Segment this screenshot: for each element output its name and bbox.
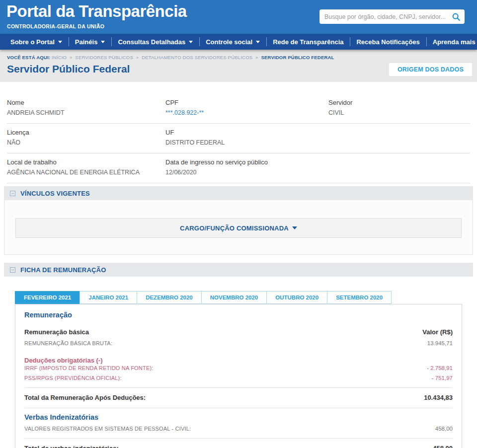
field-value: NÃO	[7, 139, 165, 146]
chevron-down-icon	[58, 41, 62, 43]
remuneracao-group-title: Remuneração	[24, 304, 453, 319]
field-cpf: CPF ***.028.922-**	[165, 99, 328, 116]
cpf-link[interactable]: ***.028.922-**	[165, 109, 328, 116]
collapse-minus-icon	[10, 191, 15, 196]
pss-rpgs-row: PSS/RPGS (PREVIDÊNCIA OFICIAL): - 751,97	[24, 375, 453, 381]
chevron-down-icon	[101, 41, 105, 43]
nav-item-paineis[interactable]: Painéis	[69, 34, 112, 50]
field-value: ANDREIA SCHMIDT	[7, 109, 165, 116]
search-icon[interactable]	[452, 12, 461, 21]
divider	[24, 438, 453, 439]
field-uf: UF DISTRITO FEDERAL	[165, 129, 328, 146]
row-value: 458,00	[433, 445, 453, 448]
breadcrumb-link-servidores-publicos[interactable]: SERVIDORES PÚBLICOS	[75, 55, 133, 60]
field-label: Licença	[7, 129, 165, 136]
breadcrumb-separator: »	[70, 55, 72, 60]
field-data-de-ingresso: Data de ingresso no serviço público 12/0…	[165, 158, 328, 176]
remuneracao-basica-bruta-row: REMUNERAÇÃO BÁSICA BRUTA: 13.945,71	[24, 340, 453, 346]
row-value: - 2.758,91	[427, 365, 453, 371]
row-value: 458,00	[435, 426, 453, 432]
breadcrumb-link-inicio[interactable]: INÍCIO	[52, 55, 67, 60]
nav-item-label: Painéis	[75, 38, 98, 46]
row-value: 13.945,71	[427, 340, 453, 346]
vinculos-vigentes-panel: CARGO/FUNÇÃO COMISSIONADA	[4, 200, 473, 255]
detail-row: Nome ANDREIA SCHMIDT CPF ***.028.922-** …	[7, 94, 470, 124]
breadcrumb-link-detalhamento[interactable]: DETALHAMENTO DOS SERVIDORES PÚBLICOS	[142, 55, 252, 60]
detail-row: Licença NÃO UF DISTRITO FEDERAL	[7, 124, 470, 153]
nav-item-controle-social[interactable]: Controle social	[199, 34, 266, 50]
nav-item-sobre-o-portal[interactable]: Sobre o Portal	[4, 34, 69, 50]
breadcrumb: VOCÊ ESTÁ AQUI: INÍCIO » SERVIDORES PÚBL…	[7, 55, 470, 60]
tab-outubro-2020[interactable]: OUTUBRO 2020	[266, 291, 327, 304]
row-label: REMUNERAÇÃO BÁSICA BRUTA:	[24, 340, 112, 346]
row-label: IRRF (IMPOSTO DE RENDA RETIDO NA FONTE):	[24, 365, 154, 371]
field-label: Local de trabalho	[7, 158, 165, 166]
field-label: Servidor	[328, 99, 470, 106]
valores-registrados-row: VALORES REGISTRADOS EM SISTEMAS DE PESSO…	[24, 426, 453, 432]
row-label: VALORES REGISTRADOS EM SISTEMAS DE PESSO…	[24, 426, 191, 432]
tab-janeiro-2021[interactable]: JANEIRO 2021	[80, 291, 137, 304]
tab-novembro-2020[interactable]: NOVEMBRO 2020	[201, 291, 267, 304]
row-label: Remuneração básica	[24, 328, 89, 336]
breadcrumb-separator: »	[255, 55, 258, 60]
nav-item-receba-notificacoes[interactable]: Receba Notificações	[350, 34, 426, 50]
chevron-down-icon	[256, 41, 260, 43]
search-box[interactable]	[319, 9, 465, 24]
divider	[24, 387, 453, 388]
cargo-funcao-comissionada-dropdown[interactable]: CARGO/FUNÇÃO COMISSIONADA	[15, 218, 462, 238]
deducoes-obrigatorias-title: Deduções obrigatórias (-)	[24, 357, 453, 364]
valor-column-header: Valor (R$)	[422, 328, 453, 336]
nav-item-consultas-detalhadas[interactable]: Consultas Detalhadas	[111, 34, 199, 50]
ficha-remuneracao-header[interactable]: FICHA DE REMUNERAÇÃO	[4, 263, 473, 277]
total-verbas-row: Total de verbas indenizatórias: 458,00	[24, 445, 453, 448]
nav-item-label: Sobre o Portal	[10, 38, 55, 46]
breadcrumb-current: SERVIDOR PÚBLICO FEDERAL	[261, 55, 334, 60]
breadcrumb-separator: »	[136, 55, 139, 60]
origem-dos-dados-button[interactable]: ORIGEM DOS DADOS	[389, 63, 472, 76]
field-label: Data de ingresso no serviço público	[165, 158, 328, 166]
vinculos-vigentes-header[interactable]: VÍNCULOS VIGENTES	[4, 186, 473, 200]
field-local-de-trabalho: Local de trabalho AGÊNCIA NACIONAL DE EN…	[7, 158, 165, 176]
search-input[interactable]	[324, 13, 452, 20]
section-title: FICHA DE REMUNERAÇÃO	[20, 266, 106, 274]
chevron-down-icon	[189, 41, 193, 43]
row-label: PSS/RPGS (PREVIDÊNCIA OFICIAL):	[24, 375, 122, 381]
chevron-down-icon	[292, 226, 297, 229]
field-label: CPF	[165, 99, 328, 106]
tab-setembro-2020[interactable]: SETEMBRO 2020	[327, 291, 392, 304]
field-value: AGÊNCIA NACIONAL DE ENERGIA ELÉTRICA	[7, 169, 165, 176]
row-value: - 751,97	[432, 375, 453, 381]
field-value: 12/06/2020	[165, 169, 328, 176]
tab-dezembro-2020[interactable]: DEZEMBRO 2020	[137, 291, 201, 304]
remuneracao-basica-header-row: Remuneração básica Valor (R$)	[24, 328, 453, 336]
breadcrumb-prefix: VOCÊ ESTÁ AQUI:	[7, 55, 50, 60]
collapse-minus-icon	[10, 267, 15, 273]
field-label: Nome	[7, 99, 165, 106]
tab-fevereiro-2021[interactable]: FEVEREIRO 2021	[15, 291, 80, 304]
nav-item-label: Consultas Detalhadas	[118, 38, 185, 46]
site-logo[interactable]: Portal da Transparência	[6, 2, 187, 21]
nav-item-rede-de-transparencia[interactable]: Rede de Transparência	[266, 34, 350, 50]
field-label: UF	[165, 129, 328, 136]
field-licenca: Licença NÃO	[7, 129, 165, 146]
site-logo-subtitle: CONTROLADORIA-GERAL DA UNIÃO	[7, 23, 104, 29]
irrf-row: IRRF (IMPOSTO DE RENDA RETIDO NA FONTE):…	[24, 365, 453, 371]
row-value: 10.434,83	[424, 394, 453, 401]
field-value: CIVIL	[328, 109, 470, 116]
nav-item-aprenda-mais[interactable]: Aprenda mais	[426, 34, 477, 50]
site-header: Portal da Transparência CONTROLADORIA-GE…	[0, 0, 477, 34]
nav-item-label: Receba Notificações	[356, 38, 419, 46]
dropdown-label: CARGO/FUNÇÃO COMISSIONADA	[180, 224, 289, 232]
month-tabs: FEVEREIRO 2021 JANEIRO 2021 DEZEMBRO 202…	[15, 291, 462, 304]
section-title: VÍNCULOS VIGENTES	[20, 190, 90, 197]
remuneration-panel: Remuneração Remuneração básica Valor (R$…	[15, 304, 462, 448]
page: Portal da Transparência CONTROLADORIA-GE…	[0, 0, 477, 448]
field-value: DISTRITO FEDERAL	[165, 139, 328, 146]
nav-item-label: Rede de Transparência	[273, 38, 343, 46]
row-label: Total da Remuneração Após Deduções:	[24, 394, 146, 401]
row-label: Total de verbas indenizatórias:	[24, 445, 119, 448]
title-strip: VOCÊ ESTÁ AQUI: INÍCIO » SERVIDORES PÚBL…	[0, 50, 477, 82]
total-remuneracao-row: Total da Remuneração Após Deduções: 10.4…	[24, 394, 453, 401]
servant-details: Nome ANDREIA SCHMIDT CPF ***.028.922-** …	[0, 82, 477, 183]
verbas-indenizatorias-group-title: Verbas Indenizatórias	[24, 408, 453, 421]
